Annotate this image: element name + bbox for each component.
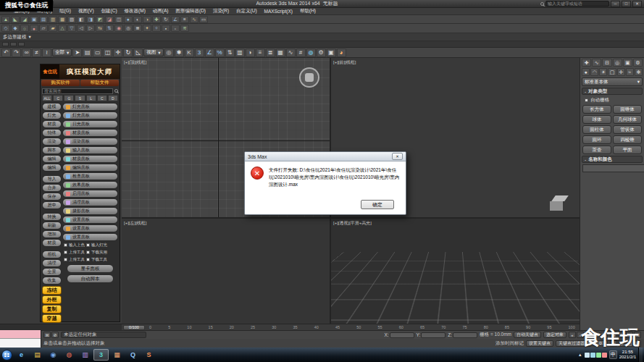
named-selection-icon[interactable]: ▥: [235, 49, 245, 57]
ribbon-icon[interactable]: ▣: [30, 16, 38, 23]
menu-item[interactable]: 创建(C): [98, 8, 121, 14]
ribbon-icon[interactable]: ◇: [1, 25, 10, 32]
rendered-frame-icon[interactable]: ▣: [327, 49, 336, 57]
object-name-field[interactable]: [582, 164, 644, 172]
ribbon-icon[interactable]: ▽: [67, 25, 76, 32]
x-coordinate-field[interactable]: [390, 332, 414, 338]
modify-tab-icon[interactable]: ∿: [592, 59, 601, 67]
geometry-icon[interactable]: ●: [582, 68, 590, 76]
shapes-icon[interactable]: ◠: [590, 68, 598, 76]
use-pivot-center-icon[interactable]: ◎: [164, 49, 174, 57]
set-key-button[interactable]: 设置关键点: [526, 340, 553, 347]
menu-item[interactable]: MAXScript(X): [261, 8, 296, 14]
plugin-filter-button[interactable]: C: [53, 95, 63, 101]
plugin-category-button[interactable]: 材质: [42, 120, 62, 128]
redo-icon[interactable]: ↷: [12, 49, 21, 57]
angle-snap-icon[interactable]: ∠: [205, 49, 214, 57]
plugin-filter-button[interactable]: ALL: [42, 95, 52, 101]
ribbon-icon[interactable]: ◣: [11, 16, 20, 23]
taskbar-qq-icon[interactable]: Q: [125, 349, 141, 361]
taskbar-ie-icon[interactable]: e: [14, 349, 29, 361]
start-button[interactable]: [1, 350, 12, 361]
plugin-filter-button[interactable]: S: [75, 95, 85, 101]
plugin-wide-button[interactable]: 自动脚本: [67, 274, 114, 283]
viewcube[interactable]: [548, 195, 569, 214]
ribbon-icon[interactable]: ▤: [39, 16, 48, 23]
curve-editor-icon[interactable]: ∿: [286, 49, 296, 57]
checkbox[interactable]: [64, 258, 67, 261]
ribbon-icon[interactable]: ∿: [190, 16, 198, 23]
hierarchy-tab-icon[interactable]: ⊟: [602, 59, 611, 67]
help-search-input[interactable]: [545, 1, 609, 7]
primitive-button[interactable]: 四棱锥: [613, 135, 642, 144]
taskbar-clock[interactable]: 21:55 2021/2/1: [619, 350, 636, 361]
ribbon-toggle-icon[interactable]: ▦: [276, 49, 285, 57]
menu-item[interactable]: 视图(V): [75, 8, 98, 14]
ribbon-icon[interactable]: ⇆: [96, 25, 104, 32]
viewport-label[interactable]: [+][透视][平滑+高光]: [333, 220, 372, 227]
auto-key-button[interactable]: 自动关键点: [514, 332, 541, 338]
autogrid-checkbox[interactable]: [585, 98, 588, 102]
minimize-button[interactable]: ─: [611, 1, 620, 7]
ribbon-icon[interactable]: ◉: [114, 25, 123, 32]
listener-script-row[interactable]: [0, 339, 41, 348]
percent-snap-icon[interactable]: %: [215, 49, 225, 57]
select-object-icon[interactable]: ➤: [72, 49, 82, 57]
selection-lock-icon[interactable]: ⊠: [43, 332, 51, 338]
plugin-category-button[interactable]: 编辑: [42, 155, 62, 163]
viewport-divider-horizontal[interactable]: [122, 217, 580, 219]
ribbon-icon[interactable]: ◑: [143, 16, 151, 23]
tray-network-icon[interactable]: [585, 353, 590, 358]
spacewarps-icon[interactable]: ≈: [626, 68, 634, 76]
plugin-filter-button[interactable]: D: [108, 95, 118, 101]
plugin-panel-button[interactable]: 日光面板: [62, 120, 118, 128]
schematic-view-icon[interactable]: #: [296, 49, 306, 57]
menu-item[interactable]: 渲染(R): [209, 8, 233, 14]
plugin-panel-button[interactable]: 设置面板: [62, 233, 118, 241]
plugin-filter-button[interactable]: L: [86, 95, 96, 101]
plugin-checkbox-row[interactable]: 输入上色输入灯光: [62, 242, 118, 248]
plugin-category-button[interactable]: 材质: [42, 239, 62, 247]
utilities-tab-icon[interactable]: ⚙: [633, 59, 643, 67]
plugin-panel-button[interactable]: 效果面板: [62, 181, 118, 189]
menu-item[interactable]: 自定义(U): [233, 8, 261, 14]
tray-message-icon[interactable]: [602, 353, 607, 358]
ribbon-icon[interactable]: ▦: [58, 16, 67, 23]
spinner-snap-icon[interactable]: ⇅: [225, 49, 235, 57]
ribbon-icon[interactable]: ◨: [86, 16, 95, 23]
plugin-category-button[interactable]: 脚本: [42, 146, 62, 154]
ribbon-icon[interactable]: ◁: [77, 25, 85, 32]
coordinate-system-dropdown[interactable]: 视图▾: [143, 49, 163, 56]
ribbon-icon[interactable]: ▭: [199, 16, 208, 23]
primitive-button[interactable]: 茶壶: [582, 146, 611, 154]
ribbon-icon[interactable]: ✧: [152, 25, 161, 32]
menu-item[interactable]: 帮助(H): [296, 8, 319, 14]
plugin-category-button[interactable]: 转换: [42, 213, 62, 221]
ribbon-icon[interactable]: ≡: [180, 16, 189, 23]
plugin-panel-button[interactable]: 设置面板: [62, 224, 118, 232]
rollout-object-type[interactable]: -对象类型: [582, 88, 643, 95]
taskbar-media-player-icon[interactable]: ◉: [46, 349, 61, 361]
isolate-selection-icon[interactable]: ⊘: [51, 332, 59, 338]
ime-indicator[interactable]: 中: [609, 350, 617, 359]
ribbon-icon[interactable]: ▲: [1, 16, 10, 23]
plugin-panel-button[interactable]: 输入面板: [62, 146, 118, 154]
unlink-selection-icon[interactable]: ≠: [32, 49, 41, 57]
ribbon-icon[interactable]: ▰: [49, 25, 57, 32]
select-and-scale-icon[interactable]: ◺: [133, 49, 143, 57]
checkbox[interactable]: [86, 243, 90, 247]
ribbon-icon[interactable]: ≣: [133, 25, 142, 32]
ribbon-icon[interactable]: ▫: [171, 25, 180, 32]
plugin-panel-button[interactable]: 检查面板: [62, 172, 118, 180]
go-to-start-button[interactable]: «: [569, 332, 576, 338]
z-coordinate-field[interactable]: [453, 332, 477, 338]
viewport-label[interactable]: [+][前][线框]: [333, 59, 356, 66]
select-by-name-icon[interactable]: ▤: [83, 49, 92, 57]
primitive-button[interactable]: 球体: [582, 115, 611, 124]
dialog-close-button[interactable]: ✕: [392, 153, 403, 160]
taskbar-3dsmax-icon[interactable]: 3: [93, 349, 109, 361]
systems-icon[interactable]: ✻: [635, 68, 643, 76]
plugin-tab[interactable]: 购买软件: [41, 80, 80, 86]
taskbar-archive-icon[interactable]: ▥: [78, 349, 93, 361]
plugin-checkbox-row[interactable]: 上传工具下载工具: [62, 256, 118, 263]
